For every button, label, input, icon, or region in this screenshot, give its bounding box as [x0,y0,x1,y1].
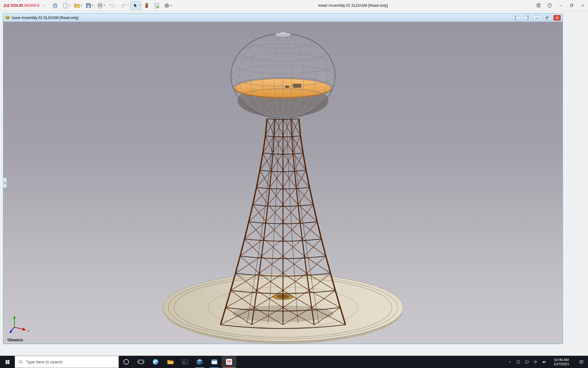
new-document-button[interactable]: ▾ [61,1,71,10]
account-button[interactable] [533,0,544,11]
open-button[interactable]: ▾ [72,1,83,10]
dropdown-caret-icon[interactable]: ▾ [81,4,82,7]
properties-sheet-icon [153,2,160,9]
featuremanager-collapsed-tab[interactable] [3,178,7,188]
close-icon [580,3,585,8]
document-restore-button[interactable] [543,15,551,21]
mouse-icon [143,2,150,9]
window-controls: ? [533,0,588,11]
task-view-icon [137,358,145,366]
clock-time: 10:46 AM [554,358,569,362]
chevron-right-icon [4,181,6,184]
cad-viewer-button[interactable] [192,356,207,368]
display-settings-button[interactable] [522,356,531,368]
print-button[interactable]: ▾ [96,1,106,10]
app-titlebar: DS SOLIDWORKS › ▾ ▾ ▾ ▾ ▾ ▾ [0,0,588,11]
svg-text:?: ? [549,4,550,7]
document-titlebar[interactable]: tower Assembly 02.SLDASM [Read-only] [3,14,563,22]
app-title: tower Assembly 02.SLDASM [Read-only] [173,3,533,8]
terminal-icon: >_ [181,358,189,366]
home-icon [52,2,58,9]
action-center-button[interactable] [575,356,588,368]
taskbar-search[interactable] [15,356,119,368]
hidden-icons-button[interactable] [505,356,514,368]
windows-logo-icon [5,359,10,365]
cad-cube-icon [196,358,203,366]
pane-toggle-right-button[interactable] [523,15,530,21]
view-orientation-label: *Dimetric [7,338,23,342]
document-minimize-button[interactable] [533,15,541,21]
gear-icon [164,2,170,9]
open-folder-icon [74,2,80,9]
dome-cage[interactable] [231,32,335,118]
menu-expand-chevron-icon[interactable]: › [43,3,44,8]
dropdown-caret-icon[interactable]: ▾ [127,4,128,7]
edge-button[interactable] [148,356,163,368]
restore-icon [545,16,549,20]
close-icon [555,16,559,20]
search-input[interactable] [25,359,115,365]
orientation-triad[interactable]: x [8,314,33,336]
redo-button[interactable]: ▾ [119,1,130,10]
document-window: tower Assembly 02.SLDASM [Read-only] [3,13,563,344]
minimize-button[interactable] [555,0,566,11]
graphics-area[interactable]: x *Dimetric [3,22,563,344]
brand-solid-text: SOLID [10,3,23,8]
options-button[interactable]: ▾ [162,1,173,10]
brand-works-text: WORKS [24,3,40,8]
lattice-tower[interactable] [221,117,345,328]
terminal-button[interactable]: >_ [178,356,192,368]
help-button[interactable]: ? [544,0,555,11]
assembly-icon [5,15,10,20]
file-explorer-button[interactable] [163,356,178,368]
close-button[interactable] [577,0,588,11]
print-icon [97,2,104,9]
document-close-button[interactable] [553,15,561,21]
app-window-icon [211,358,218,366]
restore-button[interactable] [566,0,577,11]
windows-taskbar: >_ SW2021 10:46 AM 1/27/2021 [0,356,588,368]
save-icon [85,2,92,9]
x-axis-label: x [27,329,29,332]
start-button[interactable] [0,356,15,368]
solidworks-2021-button[interactable]: SW2021 [222,356,236,368]
dropdown-caret-icon[interactable]: ▾ [69,4,70,7]
split-pane-left-icon [514,16,519,20]
select-tool-button[interactable]: ▾ [130,1,141,10]
pane-toggle-left-button[interactable] [513,15,520,21]
user-account-icon [536,3,541,8]
file-properties-button[interactable] [152,1,161,10]
dropdown-caret-icon[interactable]: ▾ [104,4,105,7]
split-pane-right-icon [525,16,529,20]
task-view-button[interactable] [134,356,148,368]
tower-assembly-model[interactable] [3,22,563,344]
save-button[interactable]: ▾ [84,1,95,10]
restore-icon [569,3,574,8]
clock[interactable]: 10:46 AM 1/27/2021 [548,356,575,368]
dropdown-caret-icon[interactable]: ▾ [115,4,117,7]
dropdown-caret-icon[interactable]: ▾ [92,4,93,7]
svg-text:2021: 2021 [227,362,231,364]
help-icon: ? [547,3,552,8]
dropdown-caret-icon[interactable]: ▾ [139,4,140,7]
svg-text:>_: >_ [183,361,186,364]
mouse-gestures-button[interactable] [142,1,151,10]
y-axis-arrow [13,316,16,319]
x-axis-arrow [22,328,26,331]
new-document-icon [62,2,69,9]
quick-access-toolbar: ▾ ▾ ▾ ▾ ▾ ▾ ▾ [51,1,173,10]
cortana-button[interactable] [119,356,134,368]
home-button[interactable] [51,1,60,10]
system-tray: 10:46 AM 1/27/2021 [505,356,588,368]
undo-button[interactable]: ▾ [107,1,118,10]
minimize-icon [558,3,563,8]
svg-text:SW: SW [227,360,232,363]
solidworks-2021-icon: SW2021 [225,358,233,366]
dropdown-caret-icon[interactable]: ▾ [171,4,172,7]
volume-button[interactable] [540,356,548,368]
action-center-icon [579,359,584,365]
network-button[interactable] [531,356,540,368]
tray-app-button[interactable] [514,356,522,368]
app-window-button[interactable] [207,356,222,368]
solidworks-logo: DS SOLIDWORKS › [4,3,44,8]
